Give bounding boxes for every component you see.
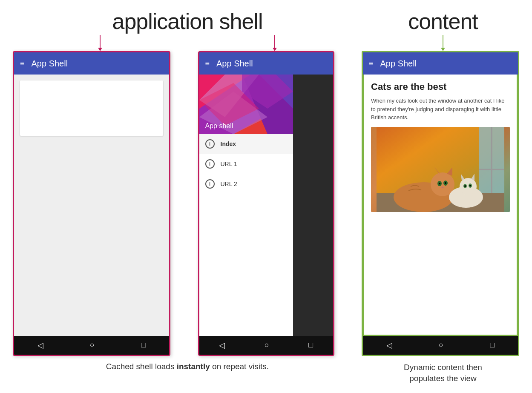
- back-icon-1: ◁: [37, 341, 43, 350]
- recent-icon-3: □: [490, 341, 495, 350]
- phone-1: ≡ App Shell ◁ ○ □: [13, 51, 170, 356]
- phone-1-navbar: ◁ ○ □: [14, 336, 169, 355]
- page-container: application shell content: [0, 0, 532, 393]
- home-icon-3: ○: [439, 341, 443, 350]
- hamburger-icon-1: ≡: [20, 59, 25, 68]
- drawer-item-label-1: URL 1: [221, 161, 237, 167]
- arrow-right: [273, 35, 277, 51]
- phone-1-body: [14, 75, 169, 336]
- drawer-header: App shell: [199, 75, 293, 134]
- drawer-item-icon-1: i: [205, 159, 215, 169]
- phone-2: ≡ App Shell: [198, 51, 334, 356]
- content-card: Cats are the best When my cats look out …: [364, 75, 517, 219]
- phone-2-appbar: ≡ App Shell: [199, 52, 333, 75]
- phone-3-body: Cats are the best When my cats look out …: [363, 75, 518, 336]
- drawer-item-icon-2: i: [205, 179, 215, 189]
- connector-group-shell: [13, 35, 362, 51]
- home-icon-2: ○: [265, 341, 269, 350]
- connector-group-content: [362, 35, 524, 51]
- content-title: Cats are the best: [371, 81, 510, 92]
- svg-point-20: [445, 182, 446, 184]
- phone-3-navbar: ◁ ○ □: [363, 336, 518, 355]
- back-icon-2: ◁: [219, 341, 225, 350]
- phone-2-body: App shell i Index i URL 1 i URL 2: [199, 75, 333, 336]
- phone-2-title: App Shell: [216, 59, 253, 69]
- svg-point-29: [469, 185, 471, 186]
- svg-point-30: [464, 185, 466, 187]
- back-icon-3: ◁: [386, 341, 392, 350]
- arrow-right-head: [273, 48, 277, 51]
- arrow-content-head: [441, 48, 445, 51]
- phone-3-appbar: ≡ App Shell: [363, 52, 518, 75]
- placeholder-card: [20, 80, 163, 136]
- recent-icon-1: □: [141, 341, 146, 350]
- label-app-shell: application shell: [13, 9, 362, 34]
- drawer-item-1[interactable]: i URL 1: [199, 154, 293, 174]
- recent-icon-2: □: [308, 341, 313, 350]
- bottom-text-right: Dynamic content thenpopulates the view: [362, 362, 524, 384]
- cat-scene-svg: [371, 127, 510, 212]
- arrow-content-line: [443, 35, 443, 48]
- arrow-content: [441, 35, 445, 51]
- phone-3: ≡ App Shell Cats are the best When my ca…: [362, 51, 519, 356]
- drawer-item-label-2: URL 2: [221, 181, 237, 187]
- bottom-text-left: Cached shell loads instantly on repeat v…: [13, 362, 362, 384]
- hamburger-icon-2: ≡: [205, 59, 210, 68]
- phone-2-navbar: ◁ ○ □: [199, 336, 333, 355]
- phone-1-appbar: ≡ App Shell: [14, 52, 169, 75]
- phone-1-title: App Shell: [32, 59, 68, 69]
- svg-point-24: [460, 178, 477, 195]
- drawer-scrim: [293, 75, 333, 336]
- content-label: content: [408, 9, 478, 34]
- home-icon-1: ○: [90, 341, 95, 350]
- drawer-item-icon-0: i: [205, 139, 215, 149]
- labels-row: application shell content: [13, 9, 519, 34]
- drawer-header-label: App shell: [205, 122, 233, 130]
- drawer: App shell i Index i URL 1 i URL 2: [199, 75, 293, 336]
- drawer-item-label-0: Index: [221, 141, 236, 147]
- arrow-left: [98, 35, 102, 51]
- arrow-right-line: [274, 35, 275, 48]
- bottom-text-row: Cached shell loads instantly on repeat v…: [13, 362, 519, 384]
- arrow-left-line: [100, 35, 101, 48]
- app-shell-label: application shell: [112, 9, 262, 34]
- arrow-left-head: [98, 48, 102, 51]
- drawer-item-0[interactable]: i Index: [199, 134, 293, 154]
- content-text: When my cats look out the window at anot…: [371, 97, 510, 122]
- hamburger-icon-3: ≡: [369, 59, 374, 68]
- instantly-text: instantly: [177, 362, 210, 371]
- label-content: content: [362, 9, 524, 34]
- svg-point-21: [439, 183, 440, 184]
- content-image: [371, 127, 510, 212]
- phones-row: ≡ App Shell ◁ ○ □ ≡ App Shell: [13, 51, 519, 356]
- phone-3-title: App Shell: [380, 59, 417, 69]
- drawer-item-2[interactable]: i URL 2: [199, 174, 293, 194]
- connectors-row: [13, 34, 519, 51]
